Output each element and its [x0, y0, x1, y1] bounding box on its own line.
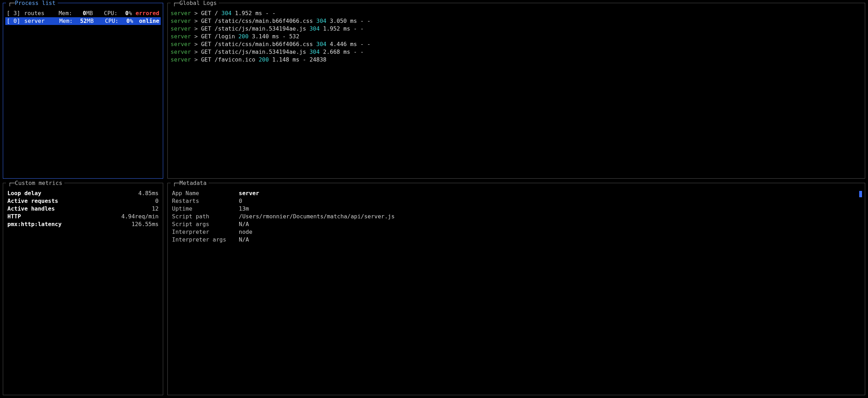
cpu-label: CPU:: [97, 9, 117, 17]
log-timing: 3.140 ms - 532: [252, 33, 299, 40]
log-source: server: [171, 33, 191, 40]
process-list-title-wrap: ┌─ Process list: [6, 0, 58, 7]
log-source: server: [171, 18, 191, 24]
process-list-panel[interactable]: ┌─ Process list [ 3]routesMem:0 MBCPU:0 …: [3, 3, 163, 179]
custom-metrics-title: Custom metrics: [15, 179, 62, 187]
metadata-value: server: [239, 190, 259, 197]
cpu-unit: %: [130, 17, 137, 25]
log-chevron-icon: >: [194, 41, 198, 47]
metadata-value: N/A: [239, 220, 249, 228]
log-timing: 3.050 ms - -: [330, 18, 371, 24]
log-chevron-icon: >: [194, 18, 198, 24]
process-row-server[interactable]: [ 0]serverMem:52 MBCPU:0 %online: [5, 17, 161, 25]
log-line: server > GET /static/css/main.b66f4066.c…: [170, 40, 863, 48]
metadata-label: Script path: [172, 213, 239, 220]
log-status-code: 304: [222, 10, 232, 17]
log-status-code: 304: [316, 41, 326, 47]
metric-row: Loop delay4.85ms: [5, 190, 161, 197]
metadata-row: Interpreter argsN/A: [170, 236, 863, 244]
metric-label: pmx:http:latency: [7, 220, 62, 228]
metadata-value: node: [239, 228, 253, 236]
log-status-code: 304: [309, 25, 320, 32]
metadata-row: Restarts0: [170, 197, 863, 205]
metric-row: HTTP4.94req/min: [5, 213, 161, 220]
mem-label: Mem:: [55, 9, 72, 17]
log-line: server > GET / 304 1.952 ms - -: [170, 9, 863, 17]
log-line: server > GET /static/js/main.534194ae.js…: [170, 25, 863, 33]
process-id: [ 3]: [7, 9, 24, 17]
custom-metrics-title-wrap: ┌─ Custom metrics: [6, 179, 64, 187]
metadata-label: Interpreter: [172, 228, 239, 236]
metric-label: Active requests: [7, 197, 58, 205]
mem-unit: MB: [87, 17, 97, 25]
metric-label: Loop delay: [7, 190, 41, 197]
process-id: [ 0]: [7, 17, 24, 25]
cpu-value: 0: [119, 17, 130, 25]
log-source: server: [171, 25, 191, 32]
metadata-title: Metadata: [179, 179, 206, 187]
metadata-scrollbar[interactable]: [859, 191, 862, 197]
log-request: GET /favicon.ico: [201, 56, 255, 63]
log-status-code: 200: [259, 56, 269, 63]
metadata-label: Interpreter args: [172, 236, 239, 244]
log-chevron-icon: >: [194, 56, 198, 63]
log-line: server > GET /favicon.ico 200 1.148 ms -…: [170, 56, 863, 64]
metadata-row: Interpreternode: [170, 228, 863, 236]
log-source: server: [171, 41, 191, 47]
log-chevron-icon: >: [194, 49, 198, 55]
metric-value: 4.85ms: [138, 190, 159, 197]
log-chevron-icon: >: [194, 10, 198, 17]
mem-value: 0: [72, 9, 86, 17]
log-line: server > GET /static/css/main.b66f4066.c…: [170, 17, 863, 25]
cpu-label: CPU:: [97, 17, 119, 25]
log-line: server > GET /static/js/main.534194ae.js…: [170, 48, 863, 56]
log-source: server: [171, 49, 191, 55]
log-request: GET /static/js/main.534194ae.js: [201, 49, 306, 55]
metric-label: HTTP: [7, 213, 21, 220]
metadata-label: App Name: [172, 190, 239, 197]
metadata-panel[interactable]: ┌─ Metadata App NameserverRestarts0Uptim…: [167, 183, 865, 395]
log-chevron-icon: >: [194, 25, 198, 32]
log-timing: 1.148 ms - 24838: [272, 56, 326, 63]
log-timing: 1.952 ms - -: [323, 25, 364, 32]
metric-label: Active handles: [7, 205, 55, 213]
log-status-code: 200: [238, 33, 249, 40]
log-source: server: [171, 10, 191, 17]
process-list-title: Process list: [15, 0, 56, 7]
process-row-routes[interactable]: [ 3]routesMem:0 MBCPU:0 %errored: [5, 9, 161, 17]
metadata-label: Uptime: [172, 205, 239, 213]
log-request: GET /static/css/main.b66f4066.css: [201, 18, 313, 24]
metadata-row: Script path/Users/rmonnier/Documents/mat…: [170, 213, 863, 220]
metadata-value: 13m: [239, 205, 249, 213]
process-status: online: [137, 17, 159, 25]
cpu-value: 0: [117, 9, 129, 17]
metric-value: 0: [155, 197, 159, 205]
log-request: GET /login: [201, 33, 235, 40]
custom-metrics-panel[interactable]: ┌─ Custom metrics Loop delay4.85msActive…: [3, 183, 163, 395]
global-logs-panel[interactable]: ┌─ Global Logs server > GET / 304 1.952 …: [167, 3, 865, 179]
log-source: server: [171, 56, 191, 63]
metric-value: 126.55ms: [132, 220, 159, 228]
metadata-value: /Users/rmonnier/Documents/matcha/api/ser…: [239, 213, 395, 220]
log-timing: 2.668 ms - -: [323, 49, 364, 55]
metadata-row: App Nameserver: [170, 190, 863, 197]
metadata-value: 0: [239, 197, 242, 205]
mem-value: 52: [73, 17, 87, 25]
process-status: errored: [136, 9, 159, 17]
process-name: routes: [24, 9, 55, 17]
process-name: server: [24, 17, 55, 25]
log-line: server > GET /login 200 3.140 ms - 532: [170, 33, 863, 40]
log-chevron-icon: >: [194, 33, 198, 40]
mem-label: Mem:: [55, 17, 73, 25]
metadata-title-wrap: ┌─ Metadata: [171, 179, 209, 187]
global-logs-title-wrap: ┌─ Global Logs: [171, 0, 219, 7]
log-status-code: 304: [309, 49, 320, 55]
global-logs-title: Global Logs: [179, 0, 217, 7]
log-request: GET /: [201, 10, 218, 17]
metadata-label: Restarts: [172, 197, 239, 205]
mem-unit: MB: [86, 9, 97, 17]
metric-value: 4.94req/min: [121, 213, 159, 220]
metadata-label: Script args: [172, 220, 239, 228]
metric-row: Active requests0: [5, 197, 161, 205]
log-timing: 4.446 ms - -: [330, 41, 371, 47]
